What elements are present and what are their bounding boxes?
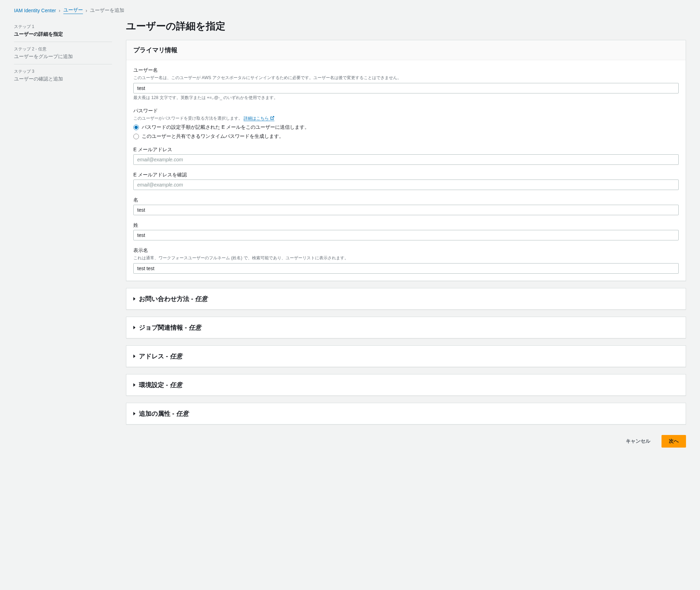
email-input[interactable] bbox=[133, 154, 679, 165]
primary-panel-title: プライマリ情報 bbox=[133, 46, 679, 54]
chevron-right-icon: › bbox=[59, 8, 61, 13]
password-description: このユーザーがパスワードを受け取る方法を選択します。 詳細はこちら bbox=[133, 115, 679, 121]
email-confirm-label: E メールアドレスを確認 bbox=[133, 172, 679, 178]
triangle-right-icon bbox=[133, 326, 135, 329]
password-radio-email[interactable] bbox=[133, 125, 139, 130]
email-confirm-input[interactable] bbox=[133, 180, 679, 190]
step-title: ユーザーの確認と追加 bbox=[14, 76, 112, 82]
chevron-right-icon: › bbox=[86, 8, 88, 13]
step-1[interactable]: ステップ 1 ユーザーの詳細を指定 bbox=[14, 20, 112, 42]
steps-sidebar: ステップ 1 ユーザーの詳細を指定 ステップ 2 - 任意 ユーザーをグループに… bbox=[14, 20, 112, 451]
password-label: パスワード bbox=[133, 108, 679, 114]
contact-methods-panel: お問い合わせ方法 - 任意 bbox=[126, 288, 686, 310]
breadcrumb-root[interactable]: IAM Identity Center bbox=[14, 8, 56, 13]
preferences-toggle[interactable]: 環境設定 - 任意 bbox=[126, 374, 686, 395]
step-2[interactable]: ステップ 2 - 任意 ユーザーをグループに追加 bbox=[14, 42, 112, 64]
footer-actions: キャンセル 次へ bbox=[126, 431, 686, 451]
breadcrumb: IAM Identity Center › ユーザー › ユーザーを追加 bbox=[14, 7, 686, 14]
job-info-panel: ジョブ関連情報 - 任意 bbox=[126, 317, 686, 338]
triangle-right-icon bbox=[133, 383, 135, 387]
display-name-input[interactable] bbox=[133, 263, 679, 274]
external-link-icon bbox=[270, 116, 274, 121]
username-label: ユーザー名 bbox=[133, 67, 679, 73]
step-number: ステップ 1 bbox=[14, 24, 112, 30]
username-hint: 最大長は 128 文字です。英数字または +=,.@-_ のいずれかを使用できま… bbox=[133, 95, 679, 101]
triangle-right-icon bbox=[133, 412, 135, 415]
first-name-label: 名 bbox=[133, 197, 679, 203]
last-name-input[interactable] bbox=[133, 230, 679, 240]
breadcrumb-current: ユーザーを追加 bbox=[90, 7, 124, 14]
page-title: ユーザーの詳細を指定 bbox=[126, 20, 686, 33]
username-input[interactable] bbox=[133, 83, 679, 93]
triangle-right-icon bbox=[133, 354, 135, 358]
cancel-button[interactable]: キャンセル bbox=[619, 435, 657, 448]
email-label: E メールアドレス bbox=[133, 147, 679, 153]
address-toggle[interactable]: アドレス - 任意 bbox=[126, 346, 686, 367]
triangle-right-icon bbox=[133, 297, 135, 301]
display-name-description: これは通常、ワークフォースユーザーのフルネーム (姓名) で、検索可能であり、ユ… bbox=[133, 255, 679, 261]
display-name-label: 表示名 bbox=[133, 247, 679, 254]
last-name-label: 姓 bbox=[133, 222, 679, 229]
step-title: ユーザーをグループに追加 bbox=[14, 54, 112, 60]
address-panel: アドレス - 任意 bbox=[126, 345, 686, 367]
job-info-toggle[interactable]: ジョブ関連情報 - 任意 bbox=[126, 317, 686, 338]
primary-info-panel: プライマリ情報 ユーザー名 このユーザー名は、このユーザーが AWS アクセスポ… bbox=[126, 40, 686, 281]
username-description: このユーザー名は、このユーザーが AWS アクセスポータルにサインインするために… bbox=[133, 75, 679, 81]
breadcrumb-users[interactable]: ユーザー bbox=[63, 7, 83, 14]
additional-attrs-panel: 追加の属性 - 任意 bbox=[126, 403, 686, 424]
learn-more-link[interactable]: 詳細はこちら bbox=[244, 116, 274, 121]
step-number: ステップ 3 bbox=[14, 69, 112, 75]
next-button[interactable]: 次へ bbox=[662, 435, 686, 448]
step-3[interactable]: ステップ 3 ユーザーの確認と追加 bbox=[14, 64, 112, 86]
preferences-panel: 環境設定 - 任意 bbox=[126, 374, 686, 396]
step-title: ユーザーの詳細を指定 bbox=[14, 31, 112, 37]
step-number: ステップ 2 - 任意 bbox=[14, 46, 112, 52]
contact-methods-toggle[interactable]: お問い合わせ方法 - 任意 bbox=[126, 288, 686, 309]
password-radio-otp[interactable] bbox=[133, 134, 139, 139]
password-option-otp[interactable]: このユーザーと共有できるワンタイムパスワードを生成します。 bbox=[133, 133, 679, 140]
password-option-email[interactable]: パスワードの設定手順が記載された E メールをこのユーザーに送信します。 bbox=[133, 124, 679, 131]
additional-attrs-toggle[interactable]: 追加の属性 - 任意 bbox=[126, 403, 686, 424]
first-name-input[interactable] bbox=[133, 205, 679, 215]
